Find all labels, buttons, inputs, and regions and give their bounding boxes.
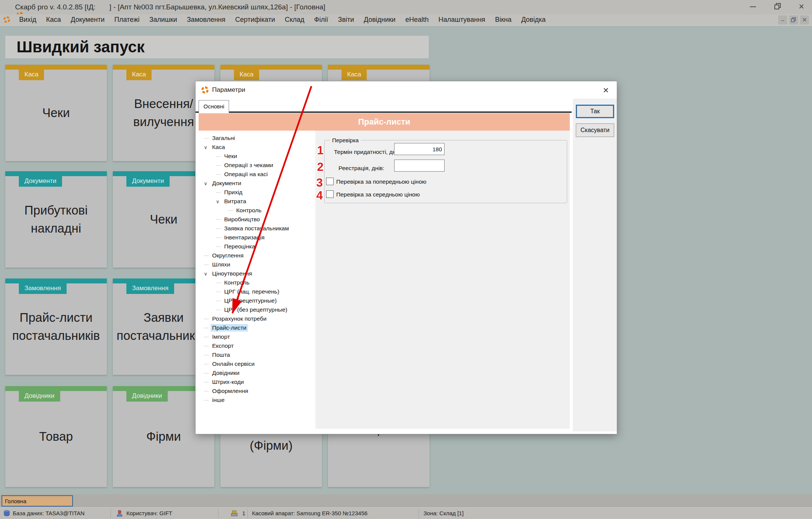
registration-days-input[interactable] xyxy=(394,160,445,172)
ok-button[interactable]: Так xyxy=(576,105,614,118)
tree-item-kontrol-tsiny[interactable]: Контроль xyxy=(199,278,316,287)
minimize-icon[interactable] xyxy=(749,2,757,12)
tile-category-tag: Каса xyxy=(341,70,367,80)
chevron-down-icon[interactable]: ∨ xyxy=(204,145,211,150)
parameters-dialog: Параметри ✕ Так Скасувати Основні Прайс-… xyxy=(196,81,617,434)
status-user: Користувач: GIFT xyxy=(126,510,172,516)
mdi-restore-icon[interactable] xyxy=(789,15,798,24)
tile-category-tag: Замовлення xyxy=(126,283,174,294)
tile-cheky-kasa[interactable]: Чеки Каса xyxy=(5,65,107,161)
shelf-life-input[interactable] xyxy=(394,143,445,155)
menu-item-dokumenty[interactable]: Документи xyxy=(66,15,109,25)
tree-item-operatsii-na-kasi[interactable]: Операції на касі xyxy=(199,170,316,179)
tree-item-cheky[interactable]: Чеки xyxy=(199,152,316,161)
tile-strip xyxy=(5,386,107,391)
menu-item-kasa[interactable]: Каса xyxy=(41,15,66,25)
tree-item-pereotsinka[interactable]: Переоцінка xyxy=(199,242,316,251)
tab-osnovni[interactable]: Основні xyxy=(199,100,229,113)
dialog-close-icon[interactable]: ✕ xyxy=(601,86,611,96)
menu-item-sertyfikaty[interactable]: Сертифікати xyxy=(230,15,280,25)
taskbar-tab-holovna[interactable]: Головна xyxy=(2,495,73,507)
menu-item-ehealth[interactable]: eHealth xyxy=(401,15,434,25)
tile-strip xyxy=(220,65,322,70)
tree-item-prais-lysty-selected[interactable]: Прайс-листи xyxy=(199,323,316,332)
tree-item-kasa[interactable]: ∨Каса xyxy=(199,143,316,152)
restore-icon[interactable] xyxy=(774,2,782,12)
tile-category-tag: Документи xyxy=(126,176,170,187)
tree-item-onlain-servisy[interactable]: Онлайн сервіси xyxy=(199,359,316,368)
tree-item-tsinoutvorennia[interactable]: ∨Ціноутворення xyxy=(199,269,316,278)
tree-item-vyrobnytstvo[interactable]: Виробництво xyxy=(199,215,316,224)
menu-item-vyhid[interactable]: Вихід xyxy=(14,15,41,25)
tab-strip-rule xyxy=(196,111,572,113)
tree-item-vytrata[interactable]: ∨Витрата xyxy=(199,197,316,206)
tile-prais-lysty-postachalnykiv[interactable]: Прайс-листи постачальників Замовлення xyxy=(5,279,107,375)
application-window: Скарб pro v. 4.0.2.85 [ІД: ] - [Апт №003… xyxy=(0,0,812,519)
menu-item-platezhi[interactable]: Платежі xyxy=(109,15,144,25)
tree-item-poshta[interactable]: Пошта xyxy=(199,350,316,359)
average-price-label: Перевірка за середньою ціною xyxy=(336,191,420,198)
menu-item-sklad[interactable]: Склад xyxy=(280,15,309,25)
chevron-down-icon[interactable]: ∨ xyxy=(204,181,211,186)
dialog-title-bar[interactable]: Параметри xyxy=(196,81,617,99)
menu-bar: Вихід Каса Документи Платежі Залишки Зам… xyxy=(0,14,812,26)
menu-item-dovidka[interactable]: Довідка xyxy=(516,15,551,25)
menu-item-filii[interactable]: Філії xyxy=(309,15,333,25)
tree-item-dokumenty[interactable]: ∨Документи xyxy=(199,179,316,188)
dialog-title: Параметри xyxy=(212,86,245,94)
tree-item-dovidnyky[interactable]: Довідники xyxy=(199,368,316,377)
quick-launch-title: Швидкий запуск xyxy=(5,36,429,58)
title-bar: Скарб pro v. 4.0.2.85 [ІД: ] - [Апт №003… xyxy=(0,0,812,14)
tile-strip xyxy=(5,279,107,283)
tree-item-okruhlennia[interactable]: Округлення xyxy=(199,251,316,260)
perevirka-group-title: Перевірка xyxy=(330,137,361,143)
menu-item-dovidnyky[interactable]: Довідники xyxy=(359,15,400,25)
tree-item-inshe[interactable]: інше xyxy=(199,396,316,405)
tree-item-zaiavka-postachalnykam[interactable]: Заявка постачальникам xyxy=(199,224,316,233)
tree-item-import[interactable]: Імпорт xyxy=(199,332,316,341)
menu-logo-icon xyxy=(3,16,11,24)
tree-item-zahalni[interactable]: Загальні xyxy=(199,134,316,143)
mdi-close-icon[interactable]: ✕ xyxy=(800,15,809,24)
tree-item-tsrh-retsepturni[interactable]: ЦРГ (рецептурные) xyxy=(199,296,316,305)
close-icon[interactable]: ✕ xyxy=(798,2,804,12)
status-divider xyxy=(218,509,219,518)
chevron-down-icon[interactable]: ∨ xyxy=(204,271,211,277)
tile-strip xyxy=(328,65,430,70)
tile-category-tag: Документи xyxy=(19,176,62,187)
section-banner: Прайс-листи xyxy=(199,113,570,131)
menu-item-vikna[interactable]: Вікна xyxy=(490,15,516,25)
status-register-count: 1 xyxy=(242,510,245,516)
menu-item-nalashtuvannia[interactable]: Налаштування xyxy=(434,15,490,25)
tile-category-tag: Каса xyxy=(126,70,152,80)
tree-item-shtrykh-kody[interactable]: Штрих-коди xyxy=(199,377,316,387)
app-logo-icon xyxy=(4,3,12,11)
tree-item-oformlennia[interactable]: Оформлення xyxy=(199,387,316,396)
tree-item-inventaryzatsiia[interactable]: Інвентаризація xyxy=(199,233,316,242)
tree-item-rozrakhunok-potreby[interactable]: Розрахунок потреби xyxy=(199,314,316,323)
taskbar: Головна xyxy=(0,494,812,507)
chevron-down-icon[interactable]: ∨ xyxy=(216,199,223,204)
menu-item-zalyshky[interactable]: Залишки xyxy=(144,15,182,25)
tree-item-kontrol-vytrata[interactable]: Контроль xyxy=(199,206,316,215)
mdi-window-controls: – ✕ xyxy=(778,15,809,24)
tile-tovar[interactable]: Товар Довідники xyxy=(5,386,107,487)
tree-item-prykhid[interactable]: Прихід xyxy=(199,188,316,197)
registration-days-label: Реестрація, днів: xyxy=(338,165,384,172)
average-price-checkbox[interactable] xyxy=(326,190,334,198)
tree-item-eksport[interactable]: Експорт xyxy=(199,341,316,350)
cancel-button[interactable]: Скасувати xyxy=(576,123,614,137)
previous-price-checkbox[interactable] xyxy=(326,178,334,185)
menu-item-zamovlennia[interactable]: Замовлення xyxy=(182,15,231,25)
tree-item-tsrh-nats-perechen[interactable]: ЦРГ (нац. перечень) xyxy=(199,287,316,296)
tree-item-operatsii-z-chekamy[interactable]: Операції з чеками xyxy=(199,161,316,170)
tile-prybutkovi-nakladni[interactable]: Прибуткові накладні Документи xyxy=(5,171,107,268)
cash-register-icon xyxy=(230,510,238,518)
menu-item-zvity[interactable]: Звіти xyxy=(333,15,359,25)
tree-item-tsrh-bez-retsepturni[interactable]: ЦРГ (без рецептурные) xyxy=(199,305,316,314)
status-database: База даних: TASA3@TITAN xyxy=(13,510,85,516)
mdi-minimize-icon[interactable]: – xyxy=(778,15,787,24)
tile-strip xyxy=(5,65,107,70)
status-divider xyxy=(247,509,248,518)
tree-item-shliakhy[interactable]: Шляхи xyxy=(199,260,316,269)
